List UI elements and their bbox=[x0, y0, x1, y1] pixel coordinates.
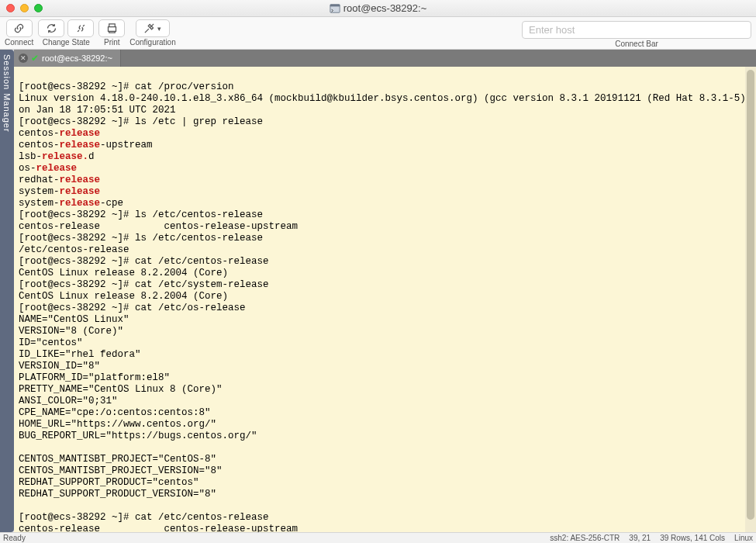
status-cursor: 39, 21 bbox=[629, 534, 651, 542]
configuration-label: Configuration bbox=[129, 38, 175, 47]
window-title: root@ecs-38292:~ bbox=[0, 2, 756, 14]
term-line: /etc/centos-release bbox=[19, 244, 129, 255]
connect-group: Connect bbox=[5, 19, 33, 47]
term-line: CentOS Linux release 8.2.2004 (Core) bbox=[19, 268, 228, 278]
connect-label: Connect bbox=[5, 38, 33, 47]
term-line: on Jan 18 17:05:51 UTC 2021 bbox=[19, 105, 176, 116]
term-line: REDHAT_SUPPORT_PRODUCT="centos" bbox=[19, 477, 199, 488]
term-line: BUG_REPORT_URL="https://bugs.centos.org/… bbox=[19, 431, 257, 441]
change-state-button-1[interactable] bbox=[38, 19, 64, 37]
connect-bar-label: Connect Bar bbox=[615, 40, 658, 48]
term-line: VERSION_ID="8" bbox=[19, 361, 100, 372]
close-tab-icon[interactable]: ✕ bbox=[19, 54, 28, 63]
term-line: VERSION="8 (Core)" bbox=[19, 326, 123, 337]
connect-bar-group: Connect Bar bbox=[522, 19, 751, 48]
status-bar: Ready ssh2: AES-256-CTR 39, 21 39 Rows, … bbox=[0, 532, 756, 543]
status-os: Linux bbox=[734, 534, 753, 542]
vertical-scrollbar[interactable] bbox=[745, 67, 756, 532]
term-line: REDHAT_SUPPORT_PRODUCT_VERSION="8" bbox=[19, 489, 216, 500]
term-line: ANSI_COLOR="0;31" bbox=[19, 396, 118, 406]
term-line: [root@ecs-38292 ~]# ls /etc/centos-relea… bbox=[19, 209, 263, 220]
term-line: lsb-release.d bbox=[19, 151, 95, 162]
window-title-text: root@ecs-38292:~ bbox=[343, 2, 427, 14]
term-line: HOME_URL="https://www.centos.org/" bbox=[19, 419, 216, 430]
term-line: [root@ecs-38292 ~]# cat /etc/system-rele… bbox=[19, 279, 269, 290]
term-line: ID_LIKE="rhel fedora" bbox=[19, 349, 141, 360]
term-line: CentOS Linux release 8.2.2004 (Core) bbox=[19, 291, 228, 302]
status-cipher: ssh2: AES-256-CTR bbox=[550, 534, 620, 542]
term-line: [root@ecs-38292 ~]# ls /etc | grep relea… bbox=[19, 116, 263, 127]
term-line: [root@ecs-38292 ~]# cat /etc/centos-rele… bbox=[19, 512, 269, 523]
session-manager-handle[interactable]: Session Manager bbox=[0, 50, 14, 532]
terminal-area: ✕ ✔ root@ecs-38292:~ [root@ecs-38292 ~]#… bbox=[14, 50, 756, 532]
term-line: ID="centos" bbox=[19, 337, 83, 348]
term-line: centos-release centos-release-upstream bbox=[19, 524, 298, 532]
term-line: PRETTY_NAME="CentOS Linux 8 (Core)" bbox=[19, 384, 223, 395]
term-line: [root@ecs-38292 ~]# cat /etc/centos-rele… bbox=[19, 256, 269, 267]
status-size: 39 Rows, 141 Cols bbox=[660, 534, 725, 542]
toolbar: Connect Change State Print ▾ Configur bbox=[0, 17, 756, 50]
term-line: CENTOS_MANTISBT_PROJECT="CentOS-8" bbox=[19, 454, 216, 465]
term-line: NAME="CentOS Linux" bbox=[19, 314, 129, 325]
print-group: Print bbox=[98, 19, 125, 47]
tab-bar: ✕ ✔ root@ecs-38292:~ bbox=[14, 50, 756, 67]
terminal-app-icon bbox=[330, 3, 340, 14]
session-manager-label: Session Manager bbox=[2, 54, 12, 133]
configuration-group: ▾ Configuration bbox=[129, 19, 175, 47]
svg-rect-1 bbox=[330, 4, 340, 6]
host-input[interactable] bbox=[522, 21, 751, 39]
main-area: Session Manager ✕ ✔ root@ecs-38292:~ [ro… bbox=[0, 50, 756, 532]
term-line: CPE_NAME="cpe:/o:centos:centos:8" bbox=[19, 407, 211, 418]
term-line: Linux version 4.18.0-240.10.1.el8_3.x86_… bbox=[19, 93, 756, 104]
term-line: redhat-release bbox=[19, 175, 100, 185]
term-line: centos-release bbox=[19, 128, 100, 139]
term-line: os-release bbox=[19, 163, 77, 174]
session-tab[interactable]: ✕ ✔ root@ecs-38292:~ bbox=[14, 50, 121, 67]
term-line: [root@ecs-38292 ~]# cat /etc/os-release bbox=[19, 303, 246, 313]
term-line: PLATFORM_ID="platform:el8" bbox=[19, 372, 170, 383]
term-line: [root@ecs-38292 ~]# ls /etc/centos-relea… bbox=[19, 233, 263, 244]
tab-label: root@ecs-38292:~ bbox=[42, 54, 112, 63]
print-label: Print bbox=[104, 38, 120, 47]
term-line: centos-release-upstream bbox=[19, 140, 153, 150]
connect-button[interactable] bbox=[6, 19, 33, 37]
term-line: [root@ecs-38292 ~]# cat /proc/version bbox=[19, 81, 234, 92]
term-line: centos-release centos-release-upstream bbox=[19, 221, 298, 232]
change-state-label: Change State bbox=[43, 38, 90, 47]
titlebar: root@ecs-38292:~ bbox=[0, 0, 756, 17]
change-state-button-2[interactable] bbox=[67, 19, 94, 37]
term-line: system-release-cpe bbox=[19, 198, 123, 209]
scrollbar-thumb[interactable] bbox=[747, 70, 754, 520]
change-state-group: Change State bbox=[38, 19, 94, 47]
terminal[interactable]: [root@ecs-38292 ~]# cat /proc/version Li… bbox=[14, 67, 756, 532]
connected-check-icon: ✔ bbox=[31, 53, 39, 64]
status-ready: Ready bbox=[3, 534, 26, 542]
term-line: system-release bbox=[19, 186, 100, 197]
print-button[interactable] bbox=[98, 19, 125, 37]
configuration-button[interactable]: ▾ bbox=[136, 19, 170, 37]
term-line: CENTOS_MANTISBT_PROJECT_VERSION="8" bbox=[19, 465, 223, 476]
